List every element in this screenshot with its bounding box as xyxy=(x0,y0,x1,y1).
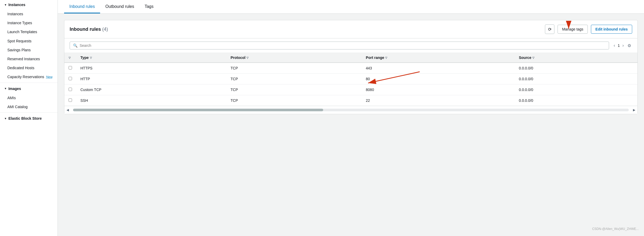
sidebar-item-dedicated-hosts[interactable]: Dedicated Hosts xyxy=(0,63,58,72)
sort-icon-port: ▽ xyxy=(385,56,387,59)
row-type: HTTP xyxy=(76,74,226,84)
manage-tags-button[interactable]: Manage tags xyxy=(558,25,588,34)
sidebar: ▼ Instances Instances Instance Types Lau… xyxy=(0,0,58,236)
sidebar-item-reserved-instances[interactable]: Reserved Instances xyxy=(0,54,58,63)
sidebar-item-savings-plans[interactable]: Savings Plans xyxy=(0,46,58,54)
col-header-port-range[interactable]: Port range ▽ xyxy=(362,53,514,63)
sidebar-item-amis[interactable]: AMIs xyxy=(0,93,58,102)
table-row[interactable]: Custom TCP TCP 8080 0.0.0.0/0 xyxy=(64,84,637,95)
row-type: HTTPS xyxy=(76,63,226,74)
sidebar-item-capacity-reservations[interactable]: Capacity Reservations New xyxy=(0,72,58,82)
row-check[interactable] xyxy=(64,84,76,95)
row-source: 0.0.0.0/0 xyxy=(515,74,637,84)
sidebar-item-spot-requests[interactable]: Spot Requests xyxy=(0,37,58,46)
sidebar-section-title: Elastic Block Store xyxy=(8,116,42,120)
sidebar-section-instances[interactable]: ▼ Instances xyxy=(0,0,58,9)
sidebar-item-instance-types[interactable]: Instance Types xyxy=(0,18,58,27)
col-header-type[interactable]: Type ▽ xyxy=(76,53,226,63)
sidebar-item-ami-catalog[interactable]: AMI Catalog xyxy=(0,102,58,111)
sidebar-section-images[interactable]: ▼ Images xyxy=(0,84,58,93)
row-source: 0.0.0.0/0 xyxy=(515,95,637,106)
row-protocol: TCP xyxy=(226,84,362,95)
tab-outbound-rules[interactable]: Outbound rules xyxy=(100,0,139,13)
sidebar-divider-2 xyxy=(0,112,58,113)
settings-icon-button[interactable]: ⚙ xyxy=(626,42,632,49)
inbound-rules-table: ▽ Type ▽ Protocol xyxy=(64,53,637,106)
row-protocol: TCP xyxy=(226,74,362,84)
edit-inbound-rules-button[interactable]: Edit inbound rules xyxy=(591,25,632,34)
card-title: Inbound rules (4) xyxy=(70,27,542,32)
sidebar-section-title: Images xyxy=(8,87,21,91)
content-area: Inbound rules (4) ⟳ Manage tags Edit inb… xyxy=(58,14,644,120)
next-page-button[interactable]: › xyxy=(621,42,625,49)
sort-icon-type: ▽ xyxy=(90,56,92,59)
refresh-button[interactable]: ⟳ xyxy=(545,24,554,34)
col-header-source[interactable]: Source ▽ xyxy=(515,53,637,63)
col-header-check: ▽ xyxy=(64,53,76,63)
table-body: HTTPS TCP 443 0.0.0.0/0 HTTP TCP 80 0.0.… xyxy=(64,63,637,106)
row-checkbox[interactable] xyxy=(69,66,72,69)
table-header-row: ▽ Type ▽ Protocol xyxy=(64,53,637,63)
table-row[interactable]: HTTPS TCP 443 0.0.0.0/0 xyxy=(64,63,637,74)
chevron-down-icon: ▼ xyxy=(4,87,7,90)
sidebar-item-launch-templates[interactable]: Launch Templates xyxy=(0,27,58,36)
tab-inbound-rules[interactable]: Inbound rules xyxy=(64,0,100,13)
search-input-wrap: 🔍 xyxy=(70,42,609,49)
scroll-track xyxy=(73,109,629,111)
sort-icon-source: ▽ xyxy=(532,56,534,59)
table-row[interactable]: HTTP TCP 80 0.0.0.0/0 xyxy=(64,74,637,84)
scroll-bar[interactable]: ◀ ▶ xyxy=(64,106,637,114)
sidebar-item-instances[interactable]: Instances xyxy=(0,9,58,18)
row-source: 0.0.0.0/0 xyxy=(515,63,637,74)
row-checkbox[interactable] xyxy=(69,98,72,102)
col-header-protocol[interactable]: Protocol ▽ xyxy=(226,53,362,63)
table-row[interactable]: SSH TCP 22 0.0.0.0/0 xyxy=(64,95,637,106)
sidebar-section-title: Instances xyxy=(8,3,25,7)
scroll-left-button[interactable]: ◀ xyxy=(64,107,71,113)
row-protocol: TCP xyxy=(226,63,362,74)
row-port-range: 22 xyxy=(362,95,514,106)
row-port-range: 80 xyxy=(362,74,514,84)
chevron-down-icon: ▼ xyxy=(4,117,7,120)
tab-bar: Inbound rules Outbound rules Tags xyxy=(58,0,644,14)
row-port-range: 8080 xyxy=(362,84,514,95)
row-checkbox[interactable] xyxy=(69,77,72,80)
row-protocol: TCP xyxy=(226,95,362,106)
main-content: Inbound rules Outbound rules Tags xyxy=(58,0,644,236)
refresh-icon: ⟳ xyxy=(548,27,552,32)
sidebar-section-ebs[interactable]: ▼ Elastic Block Store xyxy=(0,114,58,123)
row-check[interactable] xyxy=(64,63,76,74)
sidebar-divider xyxy=(0,83,58,83)
new-badge: New xyxy=(46,75,53,79)
row-checkbox[interactable] xyxy=(69,88,72,91)
tab-tags[interactable]: Tags xyxy=(139,0,159,13)
row-type: SSH xyxy=(76,95,226,106)
page-number: 1 xyxy=(618,43,620,48)
search-icon: 🔍 xyxy=(73,43,78,48)
scroll-right-button[interactable]: ▶ xyxy=(631,107,637,113)
search-input[interactable] xyxy=(80,43,606,48)
sort-icon-protocol: ▽ xyxy=(246,56,249,59)
pagination: ‹ 1 › ⚙ xyxy=(612,42,632,49)
row-source: 0.0.0.0/0 xyxy=(515,84,637,95)
inbound-rules-card: Inbound rules (4) ⟳ Manage tags Edit inb… xyxy=(64,20,638,114)
search-bar-row: 🔍 ‹ 1 › ⚙ xyxy=(64,38,637,53)
chevron-down-icon: ▼ xyxy=(4,3,7,6)
row-type: Custom TCP xyxy=(76,84,226,95)
card-header: Inbound rules (4) ⟳ Manage tags Edit inb… xyxy=(64,20,637,38)
table-wrap: ▽ Type ▽ Protocol xyxy=(64,53,637,106)
row-check[interactable] xyxy=(64,95,76,106)
row-check[interactable] xyxy=(64,74,76,84)
scroll-thumb xyxy=(73,109,323,111)
row-port-range: 443 xyxy=(362,63,514,74)
sort-icon: ▽ xyxy=(69,56,71,59)
rule-count: (4) xyxy=(102,27,108,32)
prev-page-button[interactable]: ‹ xyxy=(612,42,617,49)
